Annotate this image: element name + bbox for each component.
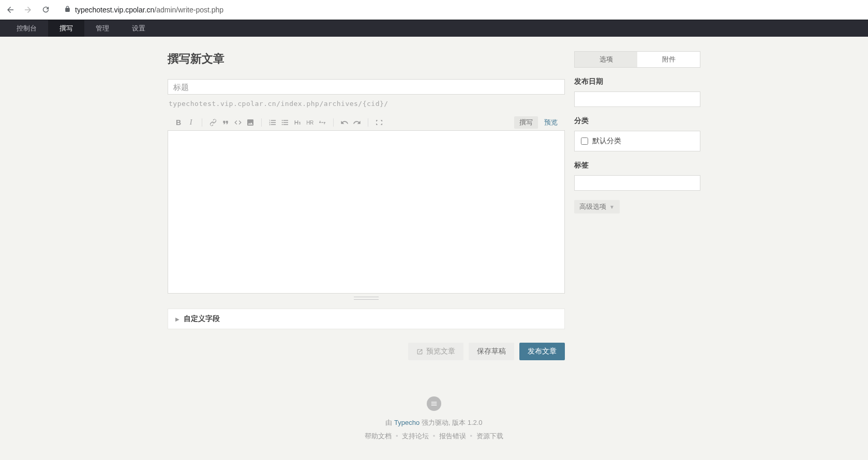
footer-link-download[interactable]: 资源下载 [476,432,503,440]
link-icon[interactable] [207,117,219,128]
footer-link-forum[interactable]: 支持论坛 [402,432,429,440]
forward-icon[interactable] [23,5,33,14]
image-icon[interactable] [245,117,256,128]
italic-icon[interactable]: I [185,117,197,128]
quote-icon[interactable] [220,117,231,128]
category-default-checkbox[interactable] [581,137,588,145]
back-icon[interactable] [5,5,16,14]
redo-icon[interactable] [351,117,363,128]
powered-by-suffix: 强力驱动, 版本 1.2.0 [420,419,482,426]
preview-article-button[interactable]: 预览文章 [408,343,463,360]
category-label: 分类 [574,116,700,126]
mode-write-button[interactable]: 撰写 [514,116,538,129]
powered-by-prefix: 由 [385,419,394,426]
nav-write[interactable]: 撰写 [48,20,84,37]
top-nav: 控制台 撰写 管理 设置 [0,20,868,37]
sidebar-tabs: 选项 附件 [574,51,700,68]
heading-icon[interactable] [292,117,303,128]
reload-icon[interactable] [40,5,51,14]
post-title-input[interactable] [168,79,565,95]
address-bar[interactable]: typechotest.vip.cpolar.cn/admin/write-po… [58,3,863,17]
lock-icon [64,6,71,14]
nav-manage[interactable]: 管理 [84,20,121,37]
slug-preview[interactable]: typechotest.vip.cpolar.cn/index.php/arch… [169,100,565,108]
category-default-label[interactable]: 默认分类 [592,136,621,146]
nav-settings[interactable]: 设置 [121,20,157,37]
tags-input[interactable] [574,175,700,191]
category-box: 默认分类 [574,131,700,151]
tags-label: 标签 [574,161,700,170]
typecho-link[interactable]: Typecho [394,419,420,426]
triangle-right-icon: ▶ [175,316,179,322]
action-bar: 预览文章 保存草稿 发布文章 [168,343,565,360]
typecho-logo-icon [427,396,441,411]
custom-fields-toggle[interactable]: ▶ 自定义字段 [168,309,565,329]
fullscreen-icon[interactable] [373,117,385,128]
ul-icon[interactable] [279,117,291,128]
footer-link-bug[interactable]: 报告错误 [439,432,466,440]
page-title: 撰写新文章 [168,51,565,67]
bold-icon[interactable]: B [173,117,184,128]
footer: 由 Typecho 强力驱动, 版本 1.2.0 帮助文档 • 支持论坛 • 报… [0,396,868,458]
mode-preview-button[interactable]: 预览 [539,116,563,129]
custom-fields-label: 自定义字段 [184,314,220,324]
advanced-options-toggle[interactable]: 高级选项 ▼ [574,200,620,213]
resize-grip[interactable] [168,295,565,301]
publish-date-input[interactable] [574,91,700,107]
tab-options[interactable]: 选项 [575,52,637,67]
undo-icon[interactable] [339,117,350,128]
browser-chrome: typechotest.vip.cpolar.cn/admin/write-po… [0,0,868,20]
code-icon[interactable] [232,117,244,128]
publish-date-label: 发布日期 [574,77,700,86]
hr-icon[interactable]: HR [304,117,316,128]
chevron-down-icon: ▼ [609,204,615,210]
save-draft-button[interactable]: 保存草稿 [469,343,514,360]
publish-button[interactable]: 发布文章 [519,343,565,360]
tab-attachments[interactable]: 附件 [637,52,700,67]
editor-toolbar: B I HR [168,115,565,130]
nav-console[interactable]: 控制台 [5,20,48,37]
more-icon[interactable] [317,117,328,128]
footer-link-help[interactable]: 帮助文档 [365,432,392,440]
url-text: typechotest.vip.cpolar.cn/admin/write-po… [75,6,223,14]
ol-icon[interactable] [267,117,278,128]
external-link-icon [416,348,423,355]
content-editor[interactable] [168,130,565,294]
